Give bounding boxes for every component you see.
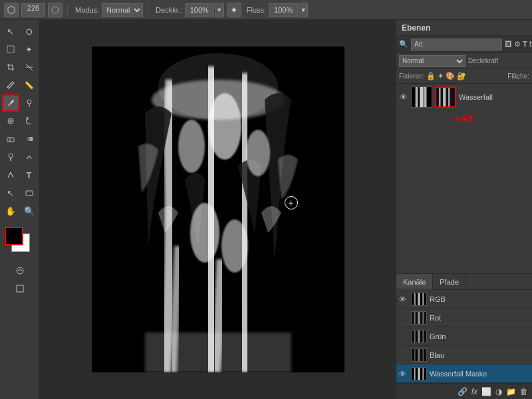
tool-row-brush bbox=[2, 94, 38, 112]
tool-row-path: ↖ bbox=[2, 184, 38, 201]
channel-blau-eye[interactable]: 👁 bbox=[399, 351, 408, 359]
layers-icon-adj[interactable]: ⚙ bbox=[514, 40, 521, 49]
svg-rect-9 bbox=[26, 191, 33, 196]
shape-tool[interactable] bbox=[21, 184, 38, 201]
pen-tool[interactable] bbox=[2, 166, 19, 184]
layers-icon-T[interactable]: T bbox=[523, 40, 527, 49]
layer-mask-thumbnail[interactable] bbox=[435, 86, 456, 108]
deckkraft-arrow[interactable]: ▼ bbox=[215, 3, 224, 17]
screen-mode-tool[interactable] bbox=[11, 280, 29, 297]
layer-blend-row: Normal Deckrkraft bbox=[396, 53, 532, 69]
fluss-arrow[interactable]: ▼ bbox=[299, 3, 308, 17]
channel-rot[interactable]: 👁 Rot bbox=[396, 309, 532, 327]
brush-tool[interactable] bbox=[2, 94, 19, 112]
lock-art-icon[interactable]: 🎨 bbox=[446, 72, 455, 80]
layer-visibility-icon[interactable]: 👁 bbox=[399, 92, 408, 102]
svg-point-17 bbox=[246, 130, 270, 176]
deckkraft-label: Deckkr.: bbox=[156, 6, 182, 14]
fluss-label: Fluss: bbox=[247, 6, 266, 14]
mask-icon[interactable]: ⬜ bbox=[481, 387, 491, 396]
blend-mode-select[interactable]: Normal bbox=[399, 55, 466, 67]
channel-blau-thumb bbox=[411, 348, 427, 362]
lock-move-icon[interactable]: ✦ bbox=[438, 72, 444, 80]
adjust-icon[interactable]: ◑ bbox=[495, 387, 502, 396]
right-panel: Ebenen 🔍 🖼 ⚙ T fx Normal Deckrkraft Fixi… bbox=[396, 20, 532, 399]
gradient-tool[interactable] bbox=[21, 130, 38, 148]
channels-tabs: Kanäle Pfade bbox=[396, 274, 532, 290]
channel-rgb-thumb bbox=[411, 293, 427, 306]
tool-row-crop bbox=[2, 59, 38, 76]
channel-gruen[interactable]: 👁 Grün bbox=[396, 327, 532, 346]
brush-size-icon[interactable] bbox=[48, 3, 63, 17]
lock-all-icon[interactable]: 🔐 bbox=[457, 72, 466, 80]
divider2 bbox=[148, 4, 148, 16]
fx-icon[interactable]: fx bbox=[471, 387, 477, 396]
layers-search-input[interactable] bbox=[411, 39, 502, 51]
layers-search-icons: 🖼 ⚙ T fx bbox=[505, 40, 532, 49]
trash-icon[interactable]: 🗑 bbox=[520, 387, 528, 396]
svg-point-10 bbox=[17, 267, 23, 274]
channel-gruen-label: Grün bbox=[430, 332, 446, 340]
channel-maske-eye[interactable]: 👁 bbox=[399, 370, 408, 378]
layer-fix-row: Fixieren: 🔒 ✦ 🎨 🔐 Fläche: bbox=[396, 69, 532, 84]
svg-point-0 bbox=[52, 7, 59, 13]
channel-blau[interactable]: 👁 Blau bbox=[396, 346, 532, 364]
eyedropper-tool[interactable] bbox=[2, 76, 19, 94]
top-toolbar: 226 Modus: Normal Deckkr.: ▼ ✦ Fluss: ▼ bbox=[0, 0, 532, 20]
canvas-image bbox=[92, 47, 344, 372]
svg-point-2 bbox=[27, 100, 31, 104]
layers-list: 👁 Wasserfall +Alt bbox=[396, 84, 532, 273]
slice-tool[interactable] bbox=[21, 59, 38, 76]
main-area: ↖ ✦ 📏 bbox=[0, 20, 532, 399]
quick-mask-tool[interactable] bbox=[11, 262, 29, 279]
measure-tool[interactable]: 📏 bbox=[21, 76, 38, 94]
tool-row-2: ✦ bbox=[2, 41, 38, 58]
path-select-tool[interactable]: ↖ bbox=[2, 184, 19, 201]
brush-size-input[interactable]: 226 bbox=[21, 3, 45, 17]
tool-row-hand: ✋ 🔍 bbox=[2, 202, 38, 219]
healing-tool[interactable] bbox=[2, 112, 19, 130]
channel-rgb-eye[interactable]: 👁 bbox=[399, 295, 408, 303]
move-tool[interactable]: ↖ bbox=[2, 23, 19, 40]
channel-wasserfall-maske[interactable]: 👁 Wasserfall Maske bbox=[396, 364, 532, 383]
link-icon[interactable]: 🔗 bbox=[458, 387, 467, 396]
foreground-color-swatch[interactable] bbox=[5, 227, 23, 245]
tab-pfade[interactable]: Pfade bbox=[433, 274, 466, 290]
tool-row-screen bbox=[11, 280, 29, 297]
history-brush-tool[interactable] bbox=[21, 112, 38, 130]
svg-rect-1 bbox=[7, 46, 14, 53]
airbrush-icon[interactable]: ✦ bbox=[227, 3, 241, 17]
folder-icon[interactable]: 📁 bbox=[506, 387, 516, 396]
canvas-area[interactable] bbox=[40, 20, 396, 399]
layer-item-wasserfall[interactable]: 👁 Wasserfall bbox=[396, 84, 532, 110]
magic-wand-tool[interactable]: ✦ bbox=[21, 41, 38, 58]
layers-title: Ebenen bbox=[402, 23, 430, 33]
crop-tool[interactable] bbox=[2, 59, 19, 76]
eraser-tool[interactable] bbox=[2, 130, 19, 148]
lasso-tool[interactable] bbox=[21, 23, 38, 40]
blur-tool[interactable] bbox=[21, 148, 38, 166]
channel-rgb[interactable]: 👁 RGB bbox=[396, 290, 532, 309]
layers-icon-fx[interactable]: fx bbox=[529, 40, 532, 49]
channel-gruen-eye[interactable]: 👁 bbox=[399, 332, 408, 340]
ps-menu-btn[interactable] bbox=[4, 3, 19, 17]
svg-rect-20 bbox=[145, 332, 291, 372]
text-tool[interactable]: T bbox=[21, 166, 38, 184]
hand-tool[interactable]: ✋ bbox=[2, 202, 19, 219]
lock-position-icon[interactable]: 🔒 bbox=[426, 72, 436, 80]
divider1 bbox=[67, 4, 68, 16]
zoom-tool[interactable]: 🔍 bbox=[21, 202, 38, 219]
channel-rot-eye[interactable]: 👁 bbox=[399, 314, 408, 322]
modus-select[interactable]: Normal bbox=[102, 3, 143, 17]
deckkraft-input[interactable] bbox=[185, 3, 214, 17]
selection-tool[interactable] bbox=[2, 41, 19, 58]
color-swatches[interactable] bbox=[3, 225, 37, 259]
layers-icon-img[interactable]: 🖼 bbox=[505, 40, 512, 49]
tab-kanale[interactable]: Kanäle bbox=[396, 274, 433, 290]
deckkraft-group: ▼ bbox=[185, 3, 224, 17]
tool-row-eraser bbox=[2, 130, 38, 148]
clone-stamp-tool[interactable] bbox=[21, 94, 38, 112]
fluss-input[interactable] bbox=[269, 3, 298, 17]
dodge-tool[interactable] bbox=[2, 148, 19, 166]
tool-row-eyedropper: 📏 bbox=[2, 76, 38, 94]
